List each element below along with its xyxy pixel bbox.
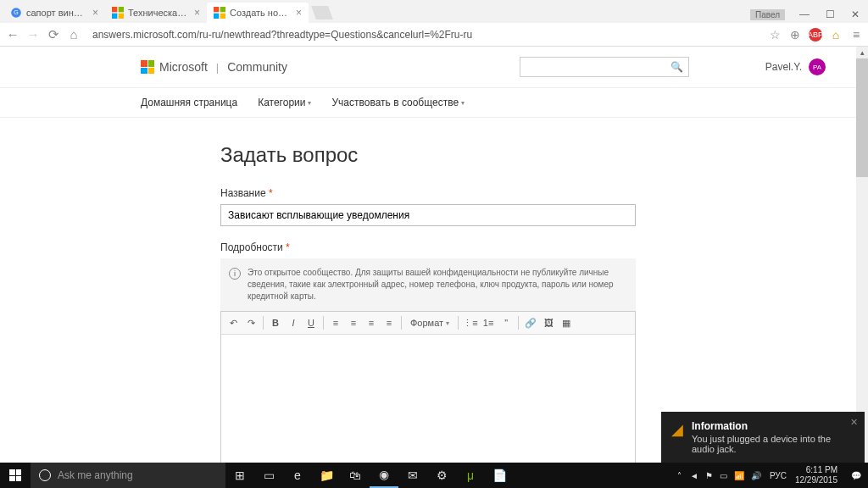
page-viewport: Microsoft | Community 🔍 Pavel.Y. PA Дома… bbox=[0, 47, 868, 463]
main-nav: Домашняя страница Категории▾ Участвовать… bbox=[0, 87, 868, 118]
avatar: PA bbox=[809, 58, 826, 75]
rich-text-editor: ↶ ↷ B I U ≡ ≡ ≡ ≡ Формат ▾ ⋮≡ 1≡ " 🔗 🖼 bbox=[220, 311, 636, 463]
scroll-up-icon[interactable]: ▴ bbox=[856, 47, 868, 58]
ms-logo-icon bbox=[141, 60, 154, 74]
section-title[interactable]: Community bbox=[227, 60, 287, 74]
browser-tab[interactable]: Техническая подд × bbox=[105, 3, 207, 23]
main-content: Задать вопрос Название * Подробности * i… bbox=[0, 118, 644, 463]
link-button[interactable]: 🔗 bbox=[522, 314, 539, 331]
close-icon[interactable]: × bbox=[296, 7, 302, 19]
close-window-button[interactable]: ✕ bbox=[843, 6, 868, 23]
adblock-icon[interactable]: ABP bbox=[809, 28, 822, 42]
quote-button[interactable]: " bbox=[498, 314, 515, 331]
ms-favicon-icon bbox=[112, 7, 124, 19]
nav-categories[interactable]: Категории▾ bbox=[258, 97, 311, 108]
volume-icon[interactable]: 🔊 bbox=[751, 471, 761, 480]
divider: | bbox=[216, 61, 219, 74]
user-menu[interactable]: Pavel.Y. PA bbox=[765, 58, 826, 75]
windows-logo-icon bbox=[9, 469, 21, 481]
taskbar-app-icon[interactable]: ▭ bbox=[254, 463, 283, 488]
toast-title: Information bbox=[692, 420, 854, 432]
browser-tab[interactable]: G сапорт виндовс 10 × bbox=[3, 3, 105, 23]
bold-button[interactable]: B bbox=[267, 314, 284, 331]
bullet-list-button[interactable]: ⋮≡ bbox=[462, 314, 479, 331]
maximize-button[interactable]: ☐ bbox=[817, 6, 843, 23]
cortana-search[interactable]: Ask me anything bbox=[31, 463, 225, 488]
title-input[interactable] bbox=[220, 204, 636, 226]
nav-participate[interactable]: Участвовать в сообществе▾ bbox=[331, 97, 465, 108]
redo-button[interactable]: ↷ bbox=[242, 314, 259, 331]
align-left-button[interactable]: ≡ bbox=[327, 314, 344, 331]
close-icon[interactable]: × bbox=[92, 7, 98, 19]
table-button[interactable]: ▦ bbox=[558, 314, 575, 331]
microsoft-logo[interactable]: Microsoft bbox=[141, 60, 208, 74]
start-button[interactable] bbox=[0, 463, 31, 488]
menu-icon[interactable]: ≡ bbox=[849, 28, 863, 42]
explorer-icon[interactable]: 📁 bbox=[312, 463, 341, 488]
reload-button[interactable]: ⟳ bbox=[46, 27, 61, 42]
site-header: Microsoft | Community 🔍 Pavel.Y. PA bbox=[0, 47, 868, 87]
svg-rect-6 bbox=[214, 7, 219, 12]
task-view-button[interactable]: ⊞ bbox=[225, 463, 254, 488]
minimize-button[interactable]: — bbox=[792, 6, 817, 23]
back-button[interactable]: ← bbox=[5, 27, 20, 42]
forward-button[interactable]: → bbox=[25, 27, 41, 42]
edge-icon[interactable]: e bbox=[283, 463, 312, 488]
star-icon[interactable]: ☆ bbox=[768, 28, 782, 42]
align-right-button[interactable]: ≡ bbox=[363, 314, 380, 331]
svg-rect-7 bbox=[220, 7, 225, 12]
search-icon[interactable]: 🔍 bbox=[670, 61, 683, 73]
nav-home[interactable]: Домашняя страница bbox=[141, 97, 237, 108]
close-icon[interactable]: ✕ bbox=[850, 417, 858, 428]
tab-title: Техническая подд bbox=[128, 8, 190, 18]
image-button[interactable]: 🖼 bbox=[540, 314, 557, 331]
svg-rect-2 bbox=[112, 7, 117, 12]
url-field[interactable]: answers.microsoft.com/ru-ru/newthread?th… bbox=[86, 25, 763, 44]
home-button[interactable]: ⌂ bbox=[66, 27, 81, 42]
taskbar-app-icon[interactable]: 📄 bbox=[485, 463, 514, 488]
svg-rect-9 bbox=[220, 14, 225, 19]
number-list-button[interactable]: 1≡ bbox=[480, 314, 497, 331]
scroll-thumb[interactable] bbox=[856, 58, 868, 177]
svg-rect-4 bbox=[112, 14, 117, 19]
taskbar: Ask me anything ⊞ ▭ e 📁 🛍 ◉ ✉ ⚙ μ 📄 ˄ ◄ … bbox=[0, 463, 868, 488]
utorrent-icon[interactable]: μ bbox=[456, 463, 485, 488]
extension-icon[interactable]: ⊕ bbox=[788, 28, 802, 42]
format-dropdown[interactable]: Формат ▾ bbox=[405, 314, 454, 331]
action-center-icon[interactable]: 💬 bbox=[851, 471, 861, 480]
svg-text:G: G bbox=[14, 9, 18, 15]
new-tab-button[interactable] bbox=[311, 6, 333, 19]
align-justify-button[interactable]: ≡ bbox=[381, 314, 398, 331]
mail-icon[interactable]: ✉ bbox=[398, 463, 427, 488]
underline-button[interactable]: U bbox=[303, 314, 320, 331]
close-icon[interactable]: × bbox=[194, 7, 200, 19]
audio-jack-toast[interactable]: ◢ Information You just plugged a device … bbox=[661, 412, 865, 463]
tray-chevron-icon[interactable]: ˄ bbox=[677, 471, 682, 480]
undo-button[interactable]: ↶ bbox=[225, 314, 242, 331]
battery-icon[interactable]: ▭ bbox=[720, 471, 727, 480]
cortana-placeholder: Ask me anything bbox=[58, 469, 133, 481]
editor-textarea[interactable] bbox=[221, 335, 635, 463]
browser-tab-active[interactable]: Создать новый воп × bbox=[207, 3, 309, 23]
tray-icon[interactable]: ⚑ bbox=[705, 471, 713, 480]
chrome-user-badge[interactable]: Павел bbox=[750, 9, 785, 20]
ms-favicon-icon bbox=[214, 7, 225, 19]
search-input[interactable] bbox=[526, 61, 670, 73]
scrollbar[interactable]: ▴ ▾ bbox=[856, 47, 868, 463]
user-name: Pavel.Y. bbox=[765, 61, 802, 73]
svg-rect-3 bbox=[119, 7, 124, 12]
extension-home-icon[interactable]: ⌂ bbox=[829, 28, 843, 42]
italic-button[interactable]: I bbox=[285, 314, 302, 331]
chrome-icon[interactable]: ◉ bbox=[370, 463, 398, 488]
cortana-icon bbox=[39, 469, 51, 481]
wifi-icon[interactable]: 📶 bbox=[734, 471, 744, 480]
store-icon[interactable]: 🛍 bbox=[341, 463, 370, 488]
clock[interactable]: 6:11 PM 12/29/2015 bbox=[795, 465, 837, 485]
align-center-button[interactable]: ≡ bbox=[345, 314, 362, 331]
info-text: Это открытое сообщество. Для защиты ваше… bbox=[248, 267, 627, 302]
search-box[interactable]: 🔍 bbox=[520, 57, 689, 77]
editor-toolbar: ↶ ↷ B I U ≡ ≡ ≡ ≡ Формат ▾ ⋮≡ 1≡ " 🔗 🖼 bbox=[221, 312, 635, 335]
settings-icon[interactable]: ⚙ bbox=[427, 463, 456, 488]
language-indicator[interactable]: РУС bbox=[770, 471, 787, 480]
tray-icon[interactable]: ◄ bbox=[690, 471, 698, 480]
